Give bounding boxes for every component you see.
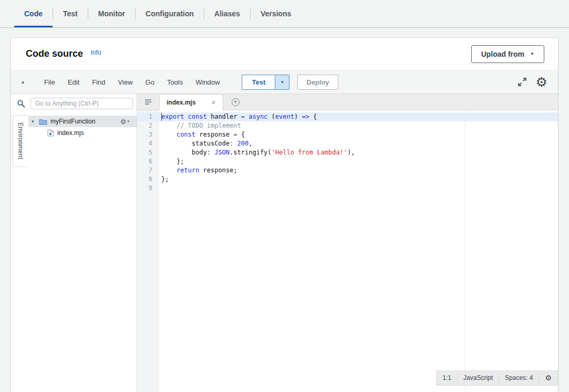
tab-code-label: Code	[24, 9, 43, 18]
code-line[interactable]: };	[159, 175, 558, 184]
chevron-down-icon[interactable]: ▾	[32, 119, 39, 124]
statusbar-gear-icon[interactable]: ⚙	[539, 371, 558, 385]
function-nav-tabs: Code Test Monitor Configuration Aliases …	[0, 0, 569, 28]
menu-find[interactable]: Find	[86, 75, 111, 89]
code-line[interactable]: body: JSON.stringify('Hello from Lambda!…	[159, 148, 558, 157]
editor-main: index.mjs × + 123456789 export const han…	[137, 94, 558, 392]
fullscreen-icon[interactable]	[518, 77, 527, 87]
page-title: Code source	[26, 48, 83, 59]
menu-tools[interactable]: Tools	[161, 75, 189, 89]
tree-item-label: index.mjs	[57, 129, 84, 137]
code-line[interactable]: };	[159, 157, 558, 166]
gutter-line[interactable]: 5	[137, 148, 159, 157]
cursor-position[interactable]: 1:1	[437, 371, 458, 385]
language-mode[interactable]: JavaScript	[458, 371, 499, 385]
environment-panel-tab[interactable]: Environment	[13, 115, 28, 167]
menu-window[interactable]: Window	[189, 75, 226, 89]
tab-configuration[interactable]: Configuration	[136, 0, 204, 27]
menu-go[interactable]: Go	[139, 75, 161, 89]
js-file-icon	[47, 129, 54, 137]
tab-monitor-label: Monitor	[98, 9, 125, 18]
spaces-setting[interactable]: Spaces: 4	[499, 371, 539, 385]
gutter-line[interactable]: 2	[137, 121, 159, 130]
gear-icon: ⚙	[120, 118, 127, 125]
editor-menubar: ▲ File Edit Find View Go Tools Window Te…	[11, 70, 558, 94]
code-line[interactable]: const response = {	[159, 130, 558, 139]
tab-code[interactable]: Code	[14, 0, 53, 27]
close-tab-icon[interactable]: ×	[211, 99, 215, 106]
file-tree: ▾ myFirstFunction ⚙ ▾	[28, 113, 137, 392]
code-source-header: Code source Info Upload from ▼	[11, 38, 558, 70]
goto-anything-input[interactable]	[30, 98, 133, 109]
new-tab-icon[interactable]: +	[232, 98, 240, 106]
gutter: 123456789	[137, 110, 159, 392]
code-source-panel: Code source Info Upload from ▼ ▲ File Ed…	[11, 37, 558, 392]
tree-settings-gear-icon[interactable]: ⚙ ▾	[120, 118, 129, 125]
gutter-line[interactable]: 6	[137, 157, 159, 166]
sidebar-lower: Environment ▾ myFirstFunction	[11, 113, 137, 392]
tab-monitor[interactable]: Monitor	[88, 0, 135, 27]
search-icon[interactable]	[11, 99, 30, 108]
upload-from-button[interactable]: Upload from ▼	[471, 45, 544, 63]
goto-anything-row	[11, 94, 137, 113]
code-lines: export const handler = async (event) => …	[159, 110, 558, 193]
menu-view[interactable]: View	[112, 75, 139, 89]
gutter-line[interactable]: 7	[137, 166, 159, 175]
gutter-line[interactable]: 8	[137, 175, 159, 184]
code-line[interactable]	[159, 184, 558, 193]
menu-file[interactable]: File	[38, 75, 61, 89]
editor-tabs-row: index.mjs × +	[137, 94, 558, 110]
tab-aliases-label: Aliases	[214, 9, 240, 18]
side-tab-strip: Environment	[11, 113, 28, 392]
caret-down-icon: ▼	[280, 80, 284, 85]
cloud9-editor: ▲ File Edit Find View Go Tools Window Te…	[11, 70, 558, 392]
gutter-line[interactable]: 3	[137, 130, 159, 139]
editor-body: Environment ▾ myFirstFunction	[11, 94, 558, 392]
test-button[interactable]: Test	[242, 75, 275, 90]
tree-item-folder[interactable]: ▾ myFirstFunction ⚙ ▾	[28, 116, 137, 127]
menubar-right-icons: ⚙	[518, 76, 547, 89]
gutter-line[interactable]: 9	[137, 184, 159, 193]
test-button-group: Test ▼	[242, 75, 289, 90]
editor-menus: File Edit Find View Go Tools Window	[38, 75, 226, 89]
tab-list-icon[interactable]	[137, 94, 159, 110]
tab-versions-label: Versions	[261, 9, 291, 18]
tab-test-label: Test	[63, 9, 78, 18]
caret-down-icon: ▼	[530, 52, 534, 56]
title-wrap: Code source Info	[26, 48, 101, 59]
file-sidebar: Environment ▾ myFirstFunction	[11, 94, 137, 392]
editor-tab-index-mjs[interactable]: index.mjs ×	[159, 94, 223, 110]
editor-tab-label: index.mjs	[167, 99, 195, 106]
code-line[interactable]: statusCode: 200,	[159, 139, 558, 148]
menu-edit[interactable]: Edit	[61, 75, 86, 89]
caret-down-icon: ▾	[127, 119, 129, 123]
gutter-line[interactable]: 4	[137, 139, 159, 148]
code-editor[interactable]: 123456789 export const handler = async (…	[137, 110, 558, 392]
code-line[interactable]: export const handler = async (event) => …	[159, 112, 558, 121]
info-link[interactable]: Info	[90, 49, 101, 56]
editor-statusbar: 1:1 JavaScript Spaces: 4 ⚙	[436, 370, 558, 386]
tree-item-label: myFirstFunction	[50, 118, 95, 125]
gutter-line[interactable]: 1	[137, 112, 159, 121]
tab-versions[interactable]: Versions	[251, 0, 301, 27]
code-line[interactable]: return response;	[159, 166, 558, 175]
test-dropdown-button[interactable]: ▼	[275, 75, 289, 90]
collapse-panel-icon[interactable]: ▲	[20, 79, 25, 85]
tab-configuration-label: Configuration	[146, 9, 194, 18]
tab-aliases[interactable]: Aliases	[204, 0, 250, 27]
tree-item-file[interactable]: index.mjs	[28, 127, 137, 139]
deploy-button[interactable]: Deploy	[297, 75, 338, 90]
upload-from-label: Upload from	[481, 50, 524, 58]
code-line[interactable]: // TODO implement	[159, 121, 558, 130]
editor-settings-gear-icon[interactable]: ⚙	[536, 76, 547, 89]
tab-test[interactable]: Test	[53, 0, 88, 27]
folder-icon	[39, 118, 47, 125]
